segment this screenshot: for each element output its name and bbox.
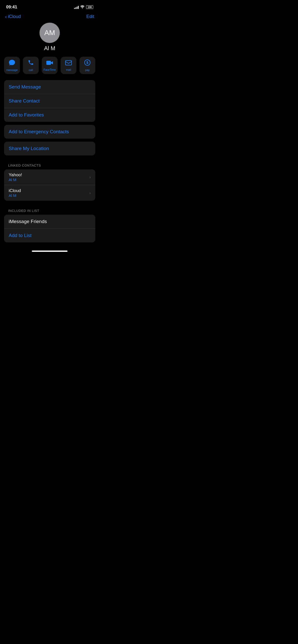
mail-label: mail (66, 68, 71, 71)
chevron-right-icon-2: › (89, 191, 91, 195)
message-label: message (6, 68, 18, 71)
back-label: iCloud (8, 14, 21, 19)
emergency-section: Add to Emergency Contacts (4, 125, 95, 139)
imessage-friends-item[interactable]: iMessage Friends (4, 215, 95, 229)
call-button[interactable]: call (23, 57, 39, 74)
pay-button[interactable]: $ pay (79, 57, 95, 74)
icloud-sub: Al M (9, 193, 21, 198)
chevron-right-icon: › (89, 175, 91, 180)
wifi-icon (80, 5, 85, 9)
contact-name: Al M (44, 45, 55, 52)
add-to-list-item[interactable]: Add to List (4, 229, 95, 242)
svg-rect-2 (65, 61, 72, 65)
avatar-section: AM Al M (0, 22, 99, 57)
location-section: Share My Location (4, 142, 95, 155)
action-row: message call FaceTime mail (0, 57, 99, 80)
linked-contacts-section: Yahoo! Al M › iCloud Al M › (4, 169, 95, 201)
facetime-icon (46, 60, 53, 67)
svg-point-0 (82, 8, 83, 9)
battery-icon: 100 (86, 5, 93, 9)
signal-icon (74, 5, 79, 9)
pay-label: pay (85, 68, 90, 71)
send-message-item[interactable]: Send Message (4, 80, 95, 94)
avatar: AM (39, 23, 60, 43)
mail-button[interactable]: mail (61, 57, 76, 74)
facetime-label: FaceTime (44, 68, 56, 71)
share-contact-item[interactable]: Share Contact (4, 94, 95, 108)
icloud-title: iCloud (9, 188, 21, 193)
back-button[interactable]: ‹ iCloud (5, 14, 21, 20)
icloud-contact-item[interactable]: iCloud Al M › (4, 185, 95, 201)
home-indicator (0, 245, 99, 254)
svg-text:$: $ (86, 61, 88, 65)
message-icon (9, 60, 15, 67)
chevron-left-icon: ‹ (5, 14, 7, 20)
pay-icon: $ (84, 60, 90, 67)
main-actions-section: Send Message Share Contact Add to Favori… (4, 80, 95, 122)
call-label: call (29, 68, 33, 71)
included-in-list-header: INCLUDED IN LIST (0, 204, 99, 215)
lists-section: iMessage Friends Add to List (4, 215, 95, 242)
svg-rect-1 (46, 61, 51, 65)
message-button[interactable]: message (4, 57, 20, 74)
add-to-favorites-item[interactable]: Add to Favorites (4, 108, 95, 122)
share-location-item[interactable]: Share My Location (4, 142, 95, 155)
status-icons: 100 (74, 5, 93, 9)
facetime-button[interactable]: FaceTime (42, 57, 58, 74)
nav-bar: ‹ iCloud Edit (0, 13, 99, 22)
yahoo-contact-item[interactable]: Yahoo! Al M › (4, 169, 95, 185)
linked-contacts-header: LINKED CONTACTS (0, 158, 99, 169)
yahoo-title: Yahoo! (9, 172, 22, 178)
add-to-emergency-item[interactable]: Add to Emergency Contacts (4, 125, 95, 139)
edit-button[interactable]: Edit (86, 14, 94, 19)
mail-icon (65, 60, 72, 67)
status-bar: 09:41 100 (0, 0, 99, 13)
call-icon (28, 60, 34, 67)
avatar-initials: AM (44, 29, 55, 37)
status-time: 09:41 (6, 5, 17, 10)
home-bar (32, 251, 67, 252)
yahoo-sub: Al M (9, 178, 22, 182)
